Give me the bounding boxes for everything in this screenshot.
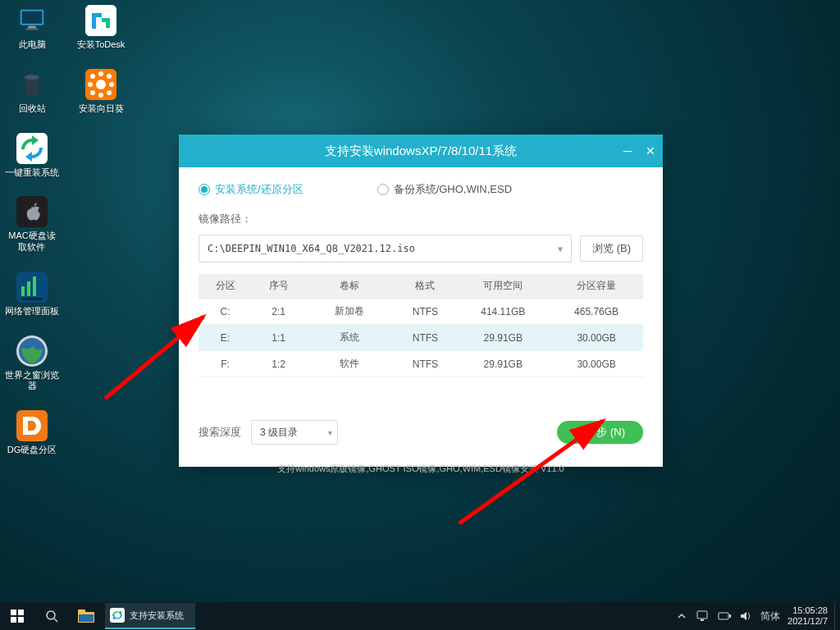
th-seq: 序号 (252, 274, 305, 299)
th-format: 格式 (394, 274, 456, 299)
tray-time: 15:05:28 (792, 605, 828, 616)
network-panel-icon (16, 272, 48, 303)
svg-rect-18 (21, 298, 43, 300)
svg-point-5 (25, 75, 39, 80)
svg-rect-30 (79, 614, 94, 622)
desktop-icon-recycle[interactable]: 回收站 (5, 69, 59, 115)
taskbar-search-button[interactable] (34, 602, 69, 630)
desktop-icon-reinstall[interactable]: 一键重装系统 (5, 133, 59, 179)
tray-volume-icon[interactable] (735, 602, 756, 630)
install-dialog: 支持安装windowsXP/7/8/10/11系统 ─ ✕ 安装系统/还原分区 … (179, 135, 663, 467)
svg-rect-24 (11, 617, 16, 623)
desktop-icon-label: 网络管理面板 (5, 306, 59, 317)
svg-point-7 (98, 71, 103, 76)
desktop-icon-this-pc[interactable]: 此电脑 (5, 5, 59, 51)
svg-point-13 (90, 90, 95, 95)
reinstall-icon (16, 133, 48, 164)
desktop-icon-label: 世界之窗浏览 器 (5, 370, 59, 393)
image-path-value: C:\DEEPIN_WIN10_X64_Q8_V2021.12.iso (208, 243, 415, 254)
svg-point-9 (88, 82, 93, 87)
minimize-button[interactable]: ─ (620, 144, 635, 158)
search-depth-value: 3 级目录 (260, 426, 298, 440)
dialog-title: 支持安装windowsXP/7/8/10/11系统 (325, 144, 517, 159)
th-capacity: 分区容量 (550, 274, 643, 299)
image-path-label: 镜像路径： (199, 212, 643, 226)
svg-rect-2 (28, 26, 36, 29)
todesk-icon (85, 5, 116, 36)
desktop-icon-label: 回收站 (19, 103, 46, 115)
browse-button[interactable]: 浏览 (B) (580, 235, 643, 262)
svg-rect-32 (701, 619, 704, 621)
radio-dot-icon (377, 184, 389, 195)
taskbar-task-label: 支持安装系统 (130, 609, 184, 622)
svg-rect-33 (719, 613, 728, 619)
desktop-icon-macread[interactable]: MAC硬盘读 取软件 (5, 196, 59, 253)
tray-network-icon[interactable] (692, 602, 714, 630)
svg-rect-31 (697, 611, 707, 619)
radio-backup[interactable]: 备份系统/GHO,WIN,ESD (377, 182, 512, 197)
svg-rect-34 (729, 614, 731, 618)
radio-label: 备份系统/GHO,WIN,ESD (394, 182, 512, 197)
image-path-dropdown[interactable]: C:\DEEPIN_WIN10_X64_Q8_V2021.12.iso ▼ (199, 235, 572, 262)
tray-ime[interactable]: 简体 (756, 602, 784, 630)
desktop-icon-netpanel[interactable]: 网络管理面板 (5, 272, 59, 317)
search-depth-select[interactable]: 3 级目录 (251, 420, 338, 445)
table-row[interactable]: C: 2:1 新加卷 NTFS 414.11GB 465.76GB (199, 299, 643, 325)
close-button[interactable]: ✕ (643, 144, 658, 158)
desktop-icon-todesk[interactable]: 安装ToDesk (74, 5, 128, 51)
svg-point-12 (107, 74, 112, 79)
svg-rect-3 (25, 29, 38, 30)
svg-rect-25 (18, 617, 24, 623)
svg-point-8 (98, 93, 103, 98)
taskbar: 支持安装系统 简体 15:05:28 2021/12/7 (0, 602, 840, 630)
desktop-icon-dg[interactable]: DG硬盘分区 (5, 410, 59, 456)
start-button[interactable] (0, 602, 34, 630)
tray-clock[interactable]: 15:05:28 2021/12/7 (784, 605, 834, 626)
trash-icon (16, 69, 48, 100)
desktop: 此电脑 安装ToDesk 回收站 安装向日葵 (0, 0, 840, 630)
th-partition: 分区 (199, 274, 252, 299)
th-label: 卷标 (305, 274, 394, 299)
taskbar-task-installer[interactable]: 支持安装系统 (105, 603, 195, 629)
svg-rect-29 (78, 609, 85, 614)
desktop-icon-label: 安装ToDesk (77, 39, 126, 51)
svg-rect-17 (33, 276, 36, 296)
dg-icon (16, 410, 48, 441)
svg-point-6 (96, 80, 106, 89)
svg-line-27 (54, 619, 57, 622)
radio-install[interactable]: 安装系统/还原分区 (199, 182, 304, 197)
svg-point-10 (109, 82, 114, 87)
desktop-icon-label: 安装向日葵 (79, 103, 124, 115)
svg-point-11 (90, 74, 95, 79)
table-row[interactable]: E: 1:1 系统 NTFS 29.91GB 30.00GB (199, 325, 643, 351)
svg-rect-16 (27, 281, 30, 296)
tray-battery-icon[interactable] (714, 602, 735, 630)
system-tray: 简体 15:05:28 2021/12/7 (671, 602, 840, 630)
tray-date: 2021/12/7 (788, 616, 828, 627)
apple-icon (16, 196, 48, 227)
globe-icon (16, 336, 48, 367)
taskbar-explorer-button[interactable] (69, 602, 103, 630)
radio-dot-icon (199, 184, 210, 195)
radio-label: 安装系统/还原分区 (215, 182, 304, 197)
search-depth-label: 搜索深度 (199, 425, 241, 440)
desktop-icon-label: DG硬盘分区 (7, 445, 57, 456)
desktop-icon-label: 一键重装系统 (5, 167, 59, 179)
dialog-titlebar[interactable]: 支持安装windowsXP/7/8/10/11系统 ─ ✕ (179, 135, 663, 167)
monitor-icon (16, 5, 48, 36)
th-free: 可用空间 (456, 274, 550, 299)
tray-chevron-up-icon[interactable] (671, 602, 692, 630)
svg-rect-15 (21, 286, 25, 296)
chevron-down-icon: ▼ (558, 244, 563, 253)
svg-rect-1 (22, 11, 43, 24)
svg-point-26 (47, 611, 55, 619)
sunflower-icon (85, 69, 116, 100)
desktop-icon-sunflower[interactable]: 安装向日葵 (74, 69, 128, 115)
next-button[interactable]: 下一步 (N) (557, 421, 643, 444)
desktop-icon-worldbrowser[interactable]: 世界之窗浏览 器 (5, 336, 59, 393)
desktop-icons: 此电脑 安装ToDesk 回收站 安装向日葵 (5, 5, 128, 456)
show-desktop-button[interactable] (834, 602, 840, 630)
svg-rect-22 (11, 609, 16, 615)
svg-rect-4 (85, 5, 116, 36)
table-row[interactable]: F: 1:2 软件 NTFS 29.91GB 30.00GB (199, 351, 643, 377)
